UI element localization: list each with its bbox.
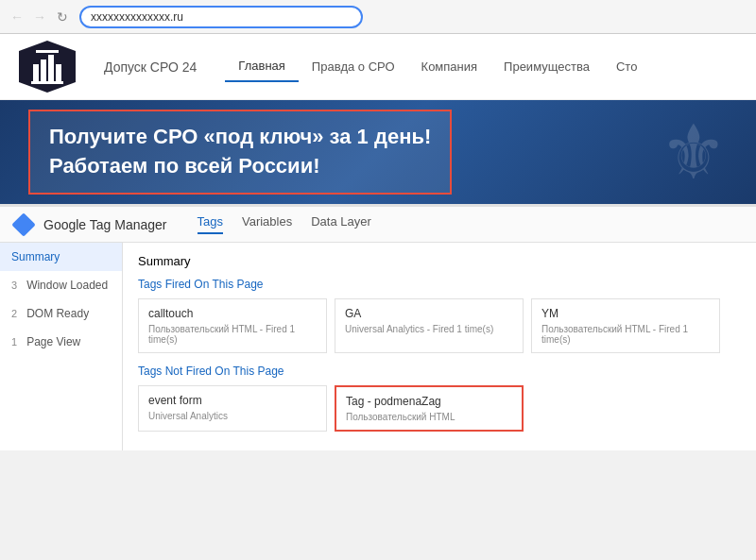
tags-not-fired-label: Tags Not Fired On This Page bbox=[138, 365, 741, 378]
tag-card-ym[interactable]: YM Пользовательский HTML - Fired 1 time(… bbox=[531, 298, 720, 353]
gtm-panel: Google Tag Manager Tags Variables Data L… bbox=[0, 204, 756, 450]
sidebar-page-count: 1 bbox=[11, 336, 17, 348]
gtm-content: Summary 3 Window Loaded 2 DOM Ready 1 Pa… bbox=[0, 243, 756, 450]
nav-site-name: Допуск СРО 24 bbox=[104, 59, 197, 75]
site-logo bbox=[19, 41, 76, 93]
tag-card-event-form[interactable]: event form Universal Analytics bbox=[138, 385, 327, 432]
sidebar-dom-count: 2 bbox=[11, 308, 17, 319]
tag-desc-calltouch: Пользовательский HTML - Fired 1 time(s) bbox=[148, 324, 317, 345]
tag-desc-event-form: Universal Analytics bbox=[148, 411, 317, 421]
tag-name-ga: GA bbox=[345, 307, 513, 320]
sidebar-window-count: 3 bbox=[11, 280, 17, 291]
sidebar-summary-label: Summary bbox=[11, 250, 60, 263]
gtm-title: Google Tag Manager bbox=[43, 217, 167, 232]
sidebar-item-summary[interactable]: Summary bbox=[0, 243, 122, 271]
nav-item-company[interactable]: Компания bbox=[408, 52, 491, 81]
tag-name-podmena: Tag - podmenaZag bbox=[346, 395, 512, 408]
gtm-main: Summary Tags Fired On This Page calltouc… bbox=[123, 243, 756, 450]
sidebar-page-label: Page View bbox=[26, 335, 80, 348]
svg-rect-1 bbox=[41, 59, 46, 81]
gtm-sidebar: Summary 3 Window Loaded 2 DOM Ready 1 Pa… bbox=[0, 243, 123, 450]
sidebar-dom-label: DOM Ready bbox=[26, 307, 89, 320]
svg-rect-4 bbox=[31, 81, 63, 84]
nav-buttons: ← → ↻ bbox=[8, 8, 72, 26]
nav-menu: Главная Правда о СРО Компания Преимущест… bbox=[225, 51, 737, 82]
svg-rect-5 bbox=[36, 50, 59, 53]
nav-item-preimuschestva[interactable]: Преимущества bbox=[490, 52, 603, 81]
hero-title-line2: Работаем по всей России! bbox=[49, 152, 431, 181]
gtm-tabs: Tags Variables Data Layer bbox=[198, 214, 371, 234]
tag-card-calltouch[interactable]: calltouch Пользовательский HTML - Fired … bbox=[138, 298, 327, 353]
tag-name-calltouch: calltouch bbox=[148, 307, 317, 320]
nav-item-glavnaya[interactable]: Главная bbox=[225, 51, 298, 82]
address-text: xxxxxxxxxxxxxx.ru bbox=[91, 10, 183, 24]
tag-name-event-form: event form bbox=[148, 394, 317, 407]
hero-title-line1: Получите СРО «под ключ» за 1 день! bbox=[49, 123, 431, 152]
tag-name-ym: YM bbox=[541, 307, 710, 320]
nav-item-sto[interactable]: Сто bbox=[603, 52, 650, 81]
gtm-section-title: Summary bbox=[138, 254, 741, 268]
tag-card-ga[interactable]: GA Universal Analytics - Fired 1 time(s) bbox=[335, 298, 524, 353]
sidebar-window-label: Window Loaded bbox=[26, 279, 108, 292]
gtm-tab-tags[interactable]: Tags bbox=[198, 214, 223, 234]
back-button[interactable]: ← bbox=[8, 8, 26, 26]
tag-card-podmena[interactable]: Tag - podmenaZag Пользовательский HTML bbox=[335, 385, 524, 432]
tag-desc-podmena: Пользовательский HTML bbox=[346, 412, 512, 422]
tag-desc-ym: Пользовательский HTML - Fired 1 time(s) bbox=[541, 324, 710, 345]
hero-text-box: Получите СРО «под ключ» за 1 день! Работ… bbox=[28, 110, 452, 195]
tags-fired-grid: calltouch Пользовательский HTML - Fired … bbox=[138, 298, 741, 353]
forward-button[interactable]: → bbox=[30, 8, 49, 26]
sidebar-item-page-view[interactable]: 1 Page View bbox=[0, 328, 122, 356]
sidebar-item-window-loaded[interactable]: 3 Window Loaded bbox=[0, 271, 122, 299]
address-bar[interactable]: xxxxxxxxxxxxxx.ru bbox=[79, 6, 363, 28]
nav-item-pravda[interactable]: Правда о СРО bbox=[299, 52, 408, 81]
gtm-tab-variables[interactable]: Variables bbox=[242, 214, 292, 234]
website-header: Допуск СРО 24 Главная Правда о СРО Компа… bbox=[0, 34, 756, 100]
svg-rect-2 bbox=[48, 55, 54, 81]
reload-button[interactable]: ↻ bbox=[53, 8, 72, 26]
tag-desc-ga: Universal Analytics - Fired 1 time(s) bbox=[345, 324, 513, 334]
sidebar-item-dom-ready[interactable]: 2 DOM Ready bbox=[0, 299, 122, 328]
svg-rect-3 bbox=[56, 64, 61, 81]
gtm-header: Google Tag Manager Tags Variables Data L… bbox=[0, 207, 756, 243]
hero-watermark: ⚜ bbox=[660, 109, 728, 196]
gtm-tab-datalayer[interactable]: Data Layer bbox=[311, 214, 371, 234]
svg-rect-0 bbox=[33, 64, 39, 81]
gtm-logo-icon bbox=[11, 212, 35, 236]
tags-not-fired-grid: event form Universal Analytics Tag - pod… bbox=[138, 385, 741, 432]
browser-chrome: ← → ↻ xxxxxxxxxxxxxx.ru bbox=[0, 0, 756, 34]
hero-banner: ⚜ Получите СРО «под ключ» за 1 день! Раб… bbox=[0, 100, 756, 204]
tags-fired-label: Tags Fired On This Page bbox=[138, 278, 741, 291]
